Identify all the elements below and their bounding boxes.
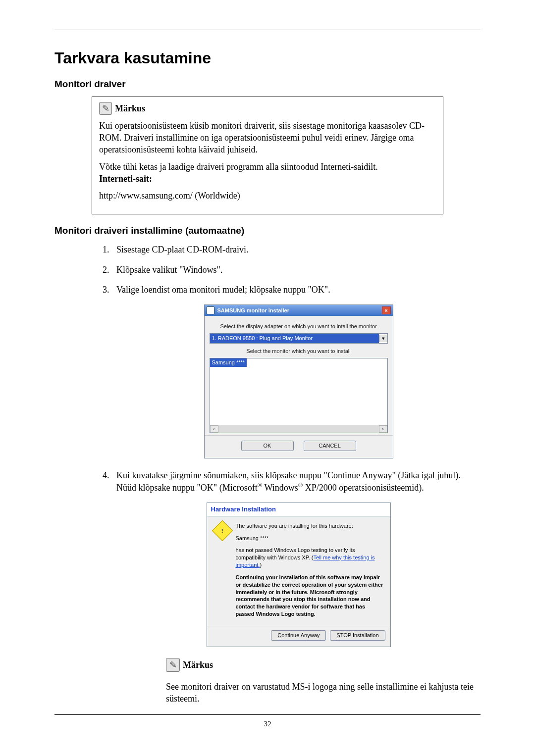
step-1: Sisestage CD-plaat CD-ROM-draivi. [111,244,481,255]
stop-installation-button[interactable]: STOP Installation [330,630,385,641]
cancel-button[interactable]: CANCEL [304,441,356,451]
note-2-label: Märkus [183,659,213,671]
installer-app-icon [207,306,214,314]
hw-message: The software you are installing for this… [236,522,384,623]
reg-mark-2: ® [298,482,303,489]
installer-titlebar: SAMSUNG monitor installer × [205,305,393,316]
adapter-combo-value: 1. RADEON 9550 : Plug and Play Monitor [210,334,379,343]
note-2: ✎ Märkus See monitori draiver on varusta… [166,658,481,705]
scroll-left-icon[interactable]: ‹ [210,425,218,433]
samsung-installer-dialog: SAMSUNG monitor installer × Select the d… [204,304,393,458]
chevron-down-icon[interactable]: ▾ [379,335,387,342]
installer-label-adapter: Select the display adapter on which you … [210,323,388,330]
note-paragraph-2: Võtke tühi ketas ja laadige draiveri pro… [99,161,436,185]
bottom-rule [54,714,481,715]
scroll-track[interactable] [218,425,379,433]
note-label: Märkus [115,102,145,114]
internet-site-label: Interneti-sait: [99,174,152,184]
monitor-list-selected: Samsung **** [210,358,247,367]
horizontal-scrollbar[interactable]: ‹ › [210,425,387,433]
continue-anyway-button[interactable]: Continue Anyway [271,630,326,641]
section-monitor-driver: Monitori draiver [54,78,481,91]
step-4-text-c: XP/2000 operatsioonisüsteemid). [303,483,424,493]
hw-msg-logo: has not passed Windows Logo testing to v… [236,547,384,569]
step-2: Klõpsake valikut "Windows". [111,264,481,276]
page-title: Tarkvara kasutamine [54,48,481,69]
install-steps: Sisestage CD-plaat CD-ROM-draivi. Klõpsa… [54,244,481,705]
scroll-right-icon[interactable]: › [379,425,387,433]
installer-label-monitor: Select the monitor which you want to ins… [210,348,388,355]
ok-button[interactable]: OK [241,441,294,451]
note-p2-text: Võtke tühi ketas ja laadige draiveri pro… [99,162,378,172]
hw-titlebar: Hardware Installation [207,503,390,516]
monitor-listbox[interactable]: Samsung **** ‹ › [210,358,388,433]
adapter-combo[interactable]: 1. RADEON 9550 : Plug and Play Monitor ▾ [210,333,388,344]
note-paragraph-1: Kui operatsioonisüsteem küsib monitori d… [99,120,436,156]
note-icon: ✎ [166,658,180,672]
hw-msg-product: Samsung **** [236,535,384,542]
installer-title-text: SAMSUNG monitor installer [217,307,289,314]
step-3-text: Valige loendist oma monitori mudel; klõp… [116,285,330,295]
page-number: 32 [54,719,481,729]
section-auto-install: Monitori draiveri installimine (automaat… [54,224,481,237]
note-icon: ✎ [99,102,112,115]
hw-msg-warning: Continuing your installation of this sof… [236,574,384,618]
note-box: ✎ Märkus Kui operatsioonisüsteem küsib m… [92,97,443,214]
note-2-text: See monitori draiver on varustatud MS-i … [166,681,481,705]
top-rule [54,30,481,30]
hardware-installation-dialog: Hardware Installation ! The software you… [207,503,391,647]
hw-msg-line1: The software you are installing for this… [236,522,384,530]
step-4: Kui kuvatakse järgmine sõnumiaken, siis … [111,469,481,705]
step-3: Valige loendist oma monitori mudel; klõp… [111,284,481,458]
step-4-text-b: Windows [262,483,298,493]
internet-site-url: http://www.samsung.com/ (Worldwide) [99,190,436,202]
warning-icon: ! [212,520,232,541]
reg-mark-1: ® [258,482,263,489]
close-icon[interactable]: × [382,306,391,314]
